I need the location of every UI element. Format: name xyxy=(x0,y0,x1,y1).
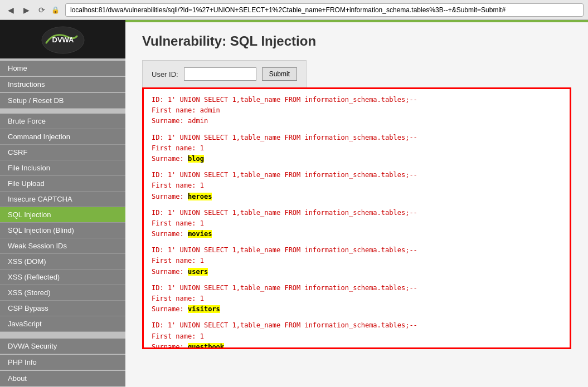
nav-item-about[interactable]: About xyxy=(0,371,125,386)
result-surname-highlighted: guestbook xyxy=(188,343,224,349)
nav-item-file-upload[interactable]: File Upload xyxy=(0,176,125,192)
result-entry: ID: 1' UNION SELECT 1,table_name FROM in… xyxy=(152,208,562,240)
result-first-name: First name: 1 xyxy=(152,331,562,342)
sidebar: DVWA Home Instructions Setup / Reset DB … xyxy=(0,22,125,387)
result-id-line: ID: 1' UNION SELECT 1,table_name FROM in… xyxy=(152,170,562,180)
nav-item-php-info[interactable]: PHP Info xyxy=(0,355,125,370)
svg-text:DVWA: DVWA xyxy=(52,36,74,44)
nav-item-command-injection[interactable]: Command Injection xyxy=(0,129,125,145)
result-first-name: First name: 1 xyxy=(152,256,562,266)
result-entry: ID: 1' UNION SELECT 1,table_name FROM in… xyxy=(152,95,562,127)
result-surname: Surname: heroes xyxy=(152,192,562,202)
nav-item-insecure-captcha[interactable]: Insecure CAPTCHA xyxy=(0,192,125,207)
nav-item-javascript[interactable]: JavaScript xyxy=(0,316,125,332)
dvwa-logo-header: DVWA xyxy=(0,22,125,58)
result-entry: ID: 1' UNION SELECT 1,table_name FROM in… xyxy=(152,170,562,202)
result-id-line: ID: 1' UNION SELECT 1,table_name FROM in… xyxy=(152,95,562,105)
result-surname-highlighted: blog xyxy=(188,155,204,163)
back-button[interactable]: ◀ xyxy=(4,4,17,16)
dvwa-logo-svg: DVWA xyxy=(38,25,88,56)
result-surname-highlighted: users xyxy=(188,268,208,276)
result-surname-highlighted: heroes xyxy=(188,193,212,200)
result-entry: ID: 1' UNION SELECT 1,table_name FROM in… xyxy=(152,320,562,349)
result-id-line: ID: 1' UNION SELECT 1,table_name FROM in… xyxy=(152,283,562,293)
result-surname: Surname: visitors xyxy=(152,304,562,315)
user-id-label: User ID: xyxy=(152,70,178,79)
submit-button[interactable]: Submit xyxy=(262,67,297,81)
main-content: Vulnerability: SQL Injection User ID: Su… xyxy=(125,22,588,387)
browser-toolbar: ◀ ▶ ⟳ 🔒 xyxy=(0,0,588,20)
refresh-button[interactable]: ⟳ xyxy=(36,4,48,16)
result-entry: ID: 1' UNION SELECT 1,table_name FROM in… xyxy=(152,283,562,315)
vuln-nav-section: Brute Force Command Injection CSRF File … xyxy=(0,111,125,334)
results-box: ID: 1' UNION SELECT 1,table_name FROM in… xyxy=(142,87,571,349)
result-surname: Surname: admin xyxy=(152,116,562,126)
result-id-line: ID: 1' UNION SELECT 1,table_name FROM in… xyxy=(152,133,562,143)
nav-item-dvwa-security[interactable]: DVWA Security xyxy=(0,339,125,354)
result-first-name: First name: 1 xyxy=(152,293,562,304)
nav-item-setup[interactable]: Setup / Reset DB xyxy=(0,93,125,109)
result-surname: Surname: users xyxy=(152,267,562,277)
user-id-input[interactable] xyxy=(184,67,256,81)
nav-item-csrf[interactable]: CSRF xyxy=(0,145,125,160)
nav-item-csp-bypass[interactable]: CSP Bypass xyxy=(0,301,125,316)
result-surname: Surname: movies xyxy=(152,229,562,239)
result-id-line: ID: 1' UNION SELECT 1,table_name FROM in… xyxy=(152,208,562,218)
result-first-name: First name: 1 xyxy=(152,180,562,191)
result-surname: Surname: guestbook xyxy=(152,342,562,349)
result-first-name: First name: 1 xyxy=(152,218,562,229)
page-title: Vulnerability: SQL Injection xyxy=(142,33,571,49)
bottom-nav-section: DVWA Security PHP Info About xyxy=(0,334,125,387)
nav-item-sql-injection[interactable]: SQL Injection xyxy=(0,207,125,223)
result-entry: ID: 1' UNION SELECT 1,table_name FROM in… xyxy=(152,245,562,277)
result-surname-highlighted: visitors xyxy=(188,305,220,313)
nav-item-sql-injection-blind[interactable]: SQL Injection (Blind) xyxy=(0,223,125,238)
result-surname-highlighted: movies xyxy=(188,230,212,238)
result-id-line: ID: 1' UNION SELECT 1,table_name FROM in… xyxy=(152,320,562,331)
address-bar[interactable] xyxy=(65,3,584,17)
result-first-name: First name: admin xyxy=(152,105,562,116)
security-icon: 🔒 xyxy=(51,6,60,14)
result-entry: ID: 1' UNION SELECT 1,table_name FROM in… xyxy=(152,133,562,165)
top-nav-section: Home Instructions Setup / Reset DB xyxy=(0,58,125,111)
result-first-name: First name: 1 xyxy=(152,143,562,154)
nav-item-home[interactable]: Home xyxy=(0,61,125,76)
nav-item-weak-session-ids[interactable]: Weak Session IDs xyxy=(0,238,125,254)
result-surname: Surname: blog xyxy=(152,154,562,164)
nav-item-xss-reflected[interactable]: XSS (Reflected) xyxy=(0,270,125,285)
forward-button[interactable]: ▶ xyxy=(20,4,32,16)
result-id-line: ID: 1' UNION SELECT 1,table_name FROM in… xyxy=(152,245,562,256)
nav-item-brute-force[interactable]: Brute Force xyxy=(0,114,125,129)
user-id-form: User ID: Submit xyxy=(142,60,307,87)
nav-item-xss-dom[interactable]: XSS (DOM) xyxy=(0,254,125,270)
nav-item-xss-stored[interactable]: XSS (Stored) xyxy=(0,285,125,301)
nav-item-file-inclusion[interactable]: File Inclusion xyxy=(0,160,125,176)
nav-item-instructions[interactable]: Instructions xyxy=(0,77,125,92)
